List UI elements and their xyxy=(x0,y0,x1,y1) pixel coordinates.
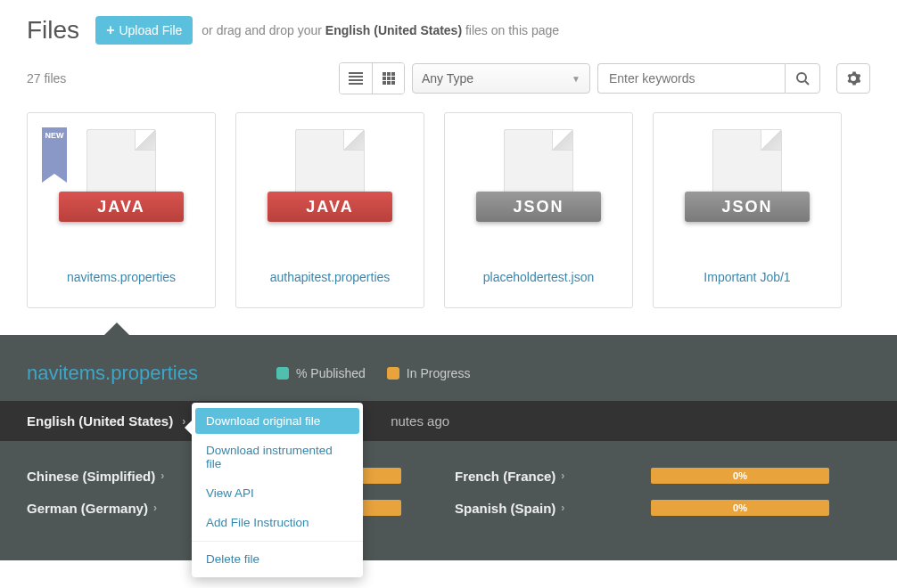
svg-rect-0 xyxy=(349,72,363,74)
locale-name: Spanish (Spain) › xyxy=(455,501,615,516)
published-swatch-icon xyxy=(276,367,289,380)
svg-rect-9 xyxy=(391,77,395,80)
file-format-badge: JAVA xyxy=(59,192,184,222)
legend-in-progress: In Progress xyxy=(387,366,471,380)
svg-point-13 xyxy=(797,73,806,82)
file-format-badge: JSON xyxy=(476,192,601,222)
menu-add-instruction[interactable]: Add File Instruction xyxy=(192,508,363,537)
file-card[interactable]: JSONplaceholdertest.json xyxy=(444,112,633,308)
menu-download-instrumented[interactable]: Download instrumented file xyxy=(192,436,363,478)
menu-view-api[interactable]: View API xyxy=(192,478,363,508)
new-badge: NEW xyxy=(42,127,67,174)
grid-view-button[interactable] xyxy=(372,63,404,94)
svg-rect-11 xyxy=(387,81,391,85)
search-button[interactable] xyxy=(785,63,820,94)
inprogress-swatch-icon xyxy=(387,367,399,380)
chevron-right-icon: › xyxy=(160,470,164,482)
file-card[interactable]: JAVAauthapitest.properties xyxy=(235,112,424,308)
progress-bar: 0% xyxy=(651,500,829,516)
svg-rect-8 xyxy=(387,77,391,80)
source-locale-name: English (United States) xyxy=(27,413,173,429)
plus-icon: + xyxy=(106,22,114,38)
source-locale-row[interactable]: English (United States) › nutes ago xyxy=(0,401,897,441)
svg-rect-10 xyxy=(383,81,386,85)
file-format-badge: JAVA xyxy=(267,192,392,222)
locale-row[interactable]: French (France) ›0% xyxy=(455,468,829,484)
search-icon xyxy=(796,72,810,86)
file-format-badge: JSON xyxy=(685,192,810,222)
file-card[interactable]: JSONImportant Job/1 xyxy=(653,112,842,308)
locale-name: Chinese (Simplified) › xyxy=(27,469,187,484)
locale-row[interactable]: Spanish (Spain) ›0% xyxy=(455,500,829,516)
file-name-link[interactable]: authapitest.properties xyxy=(270,270,391,284)
updated-time: nutes ago xyxy=(391,413,449,429)
view-toggle xyxy=(339,62,405,94)
menu-download-original[interactable]: Download original file xyxy=(195,408,359,434)
file-name-link[interactable]: placeholdertest.json xyxy=(483,270,595,284)
legend-published: % Published xyxy=(276,366,366,380)
grid-icon xyxy=(383,72,395,85)
svg-rect-6 xyxy=(391,72,395,76)
chevron-right-icon: › xyxy=(561,502,564,514)
chevron-down-icon: ▼ xyxy=(572,74,580,84)
chevron-right-icon: › xyxy=(561,470,564,482)
svg-line-14 xyxy=(805,81,809,85)
svg-rect-2 xyxy=(349,79,363,81)
file-actions-menu: Download original file Download instrume… xyxy=(192,403,363,560)
type-filter-select[interactable]: Any Type ▼ xyxy=(412,63,590,94)
search-input[interactable] xyxy=(597,63,785,94)
upload-label: Upload File xyxy=(119,23,182,37)
list-icon xyxy=(349,72,363,85)
svg-rect-3 xyxy=(349,83,363,85)
settings-button[interactable] xyxy=(836,63,870,94)
locale-name: German (Germany) › xyxy=(27,501,187,516)
locale-name: French (France) › xyxy=(455,469,615,484)
upload-file-button[interactable]: + Upload File xyxy=(95,16,193,45)
gear-icon xyxy=(846,71,860,86)
svg-rect-7 xyxy=(383,77,386,80)
chevron-right-icon: › xyxy=(153,502,157,514)
type-filter-value: Any Type xyxy=(422,71,473,86)
file-name-link[interactable]: Important Job/1 xyxy=(704,270,790,284)
list-view-button[interactable] xyxy=(340,63,372,94)
file-card[interactable]: NEWJAVAnavitems.properties xyxy=(27,112,216,308)
file-name-link[interactable]: navitems.properties xyxy=(67,270,176,284)
menu-delete-file[interactable]: Delete file xyxy=(192,541,363,560)
svg-rect-4 xyxy=(383,72,386,76)
detail-file-title: navitems.properties xyxy=(27,362,198,385)
svg-rect-12 xyxy=(391,81,395,85)
progress-bar: 0% xyxy=(651,468,829,484)
file-count: 27 files xyxy=(27,71,66,86)
page-title: Files xyxy=(27,16,79,45)
drag-drop-hint: or drag and drop your English (United St… xyxy=(202,23,559,37)
svg-rect-5 xyxy=(387,72,391,76)
svg-rect-1 xyxy=(349,76,363,78)
